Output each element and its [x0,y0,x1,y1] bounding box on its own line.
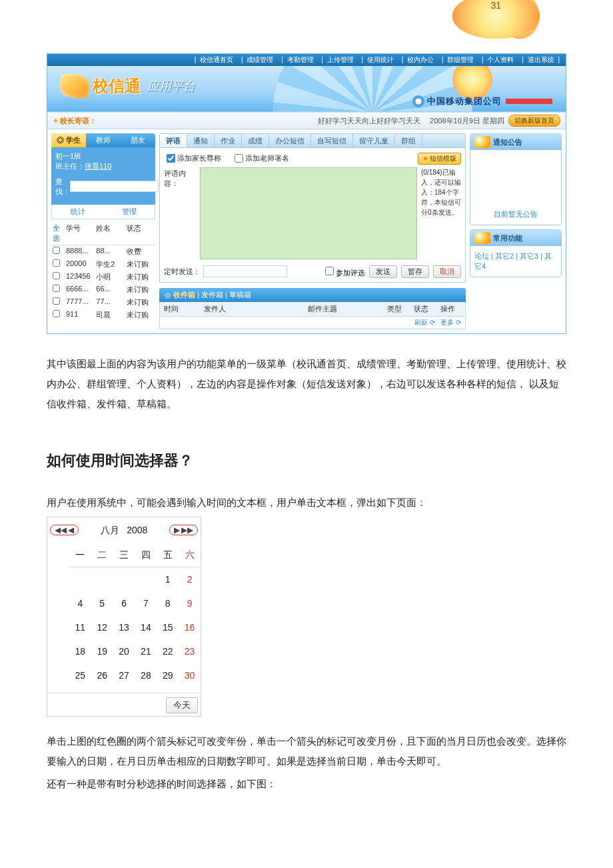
mailbox-tabs: ◎ 收件箱 | 发件箱 | 草稿箱 [159,288,466,302]
sms-template-button[interactable]: 短信模版 [418,153,461,165]
calendar-day[interactable]: 22 [157,639,179,663]
calendar-day[interactable]: 20 [113,639,135,663]
month-label[interactable]: 八月 [101,525,119,535]
link-other3[interactable]: 其它3 [520,252,538,260]
opt-parent-salutation[interactable]: 添加家长尊称 [164,152,221,165]
table-row[interactable]: 7777...77...未订购 [51,296,155,309]
calendar-day[interactable]: 25 [69,663,91,687]
mail-footer: 刷新 ⟳ 更多 ⟳ [159,317,466,329]
table-row[interactable]: 123456小明未订购 [51,271,155,283]
nav-profile[interactable]: | 个人资料 [480,56,518,63]
send-button[interactable]: 发送 [369,265,397,278]
mh-time: 时间 [164,304,204,314]
more-link[interactable]: 更多 ⟳ [440,319,461,326]
find-input[interactable] [70,181,159,192]
tab-homework[interactable]: 作业 [215,134,242,147]
tab-student[interactable]: ◎ 学生 [51,133,86,147]
content-textarea[interactable] [200,167,417,259]
calendar-day[interactable]: 12 [91,615,113,639]
refresh-link[interactable]: 刷新 ⟳ [414,319,435,326]
row-checkbox[interactable] [53,247,60,254]
calendar-day [113,567,135,592]
nav-attendance[interactable]: | 考勤管理 [279,56,317,63]
row-checkbox[interactable] [53,310,60,317]
tab-grades[interactable]: 成绩 [242,134,269,147]
calendar-day[interactable]: 27 [113,663,135,687]
calendar-day[interactable]: 4 [69,591,91,615]
tab-comment[interactable]: 评语 [160,134,187,147]
calendar-day[interactable]: 30 [179,663,201,687]
row-checkbox[interactable] [53,259,60,267]
nav-stats[interactable]: | 使用统计 [360,56,398,63]
tab-teacher[interactable]: 教师 [86,133,121,147]
tab-leftbehind[interactable]: 留守儿童 [353,134,395,147]
tab-outbox[interactable]: 发件箱 [201,291,223,299]
tab-notice[interactable]: 通知 [187,134,215,147]
nav-home[interactable]: | 校信通首页 [193,56,237,63]
nav-upload[interactable]: | 上传管理 [319,56,357,63]
link-other2[interactable]: 其它2 [495,252,514,260]
left-column: ◎ 学生 教师 朋友 初一1班 班主任：张晨110 查找： ✔ 查询 统计 管理 [51,133,155,329]
nav-office[interactable]: | 校内办公 [400,56,438,63]
table-row[interactable]: 6666...66...未订购 [51,283,155,296]
opt-election[interactable]: 参加评选 [322,265,365,278]
calendar-day[interactable]: 13 [113,615,135,639]
calendar-day[interactable]: 8 [157,591,179,615]
switch-version-button[interactable]: 切换新版首页 [508,115,560,127]
next-year-button[interactable]: ▶▶ [181,526,193,534]
teacher-checkbox[interactable] [235,154,243,163]
row-checkbox[interactable] [53,285,60,292]
right-column: 通知公告 目前暂无公告 常用功能 论坛 | 其它2 | 其它3 | 其它4 [470,133,562,329]
tab-group[interactable]: 群组 [395,134,422,147]
cancel-button[interactable]: 取消 [433,265,461,278]
hold-button[interactable]: 暂存 [401,265,429,278]
calendar-day[interactable]: 19 [91,639,113,663]
calendar-day[interactable]: 14 [135,615,157,639]
parent-checkbox[interactable] [167,154,175,163]
calendar-day[interactable]: 6 [113,591,135,615]
link-forum[interactable]: 论坛 [474,252,489,260]
select-all-link[interactable]: 全选 [53,223,63,243]
year-month-next-oval: ▶ ▶▶ [169,525,198,535]
opt-teacher-sign[interactable]: 添加老师署名 [232,152,289,165]
tab-friend[interactable]: 朋友 [121,133,155,147]
table-row[interactable]: 20000学生2未订购 [51,258,155,271]
nav-logout[interactable]: | 退出系统 | [520,56,562,63]
today-button[interactable]: 今天 [166,697,198,713]
dow-sat: 六 [179,543,201,567]
calendar-day[interactable]: 16 [179,615,201,639]
election-checkbox[interactable] [325,267,334,275]
nav-grades[interactable]: | 成绩管理 [239,56,277,63]
calendar-day[interactable]: 11 [69,615,91,639]
teacher-link[interactable]: 张晨110 [85,162,111,170]
calendar-day[interactable]: 23 [179,639,201,663]
row-checkbox[interactable] [53,297,60,305]
calendar-day[interactable]: 26 [91,663,113,687]
table-row[interactable]: 8888...88...收费 [51,245,155,258]
calendar-day[interactable]: 15 [157,615,179,639]
year-label[interactable]: 2008 [127,525,147,535]
calendar-day[interactable]: 7 [135,591,157,615]
schedule-input[interactable] [203,265,287,277]
calendar-day[interactable]: 1 [157,567,179,592]
link-stats[interactable]: 统计 [71,207,85,217]
table-row[interactable]: 911司晨未订购 [51,309,155,321]
calendar-day[interactable]: 2 [179,567,201,592]
tab-office-sms[interactable]: 办公短信 [269,134,311,147]
calendar-day[interactable]: 21 [135,639,157,663]
calendar-day[interactable]: 28 [135,663,157,687]
prev-year-button[interactable]: ◀◀ [55,526,67,534]
row-checkbox[interactable] [53,272,60,279]
calendar-day[interactable]: 9 [179,591,201,615]
next-month-button[interactable]: ▶ [174,526,180,534]
calendar-day[interactable]: 5 [91,591,113,615]
nav-groups[interactable]: | 群组管理 [440,56,478,63]
calendar-day[interactable]: 18 [69,639,91,663]
functions-box: 常用功能 论坛 | 其它2 | 其它3 | 其它4 [470,229,562,277]
link-manage[interactable]: 管理 [122,207,137,217]
calendar-day[interactable]: 29 [157,663,179,687]
tab-draft[interactable]: 草稿箱 [229,291,251,299]
prev-month-button[interactable]: ◀ [68,526,74,534]
tab-inbox[interactable]: 收件箱 [173,291,195,299]
tab-custom-sms[interactable]: 自写短信 [311,134,353,147]
